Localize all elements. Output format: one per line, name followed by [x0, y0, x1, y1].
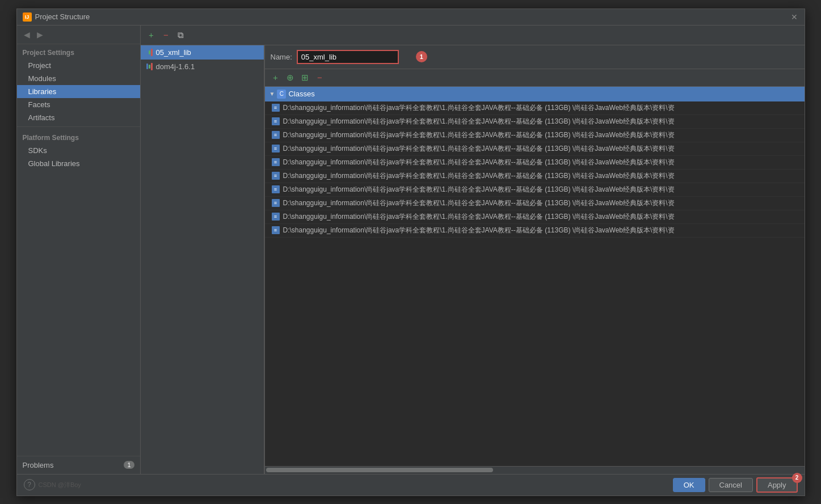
file-icon: ≡	[272, 199, 280, 207]
dialog-title: Project Structure	[35, 12, 90, 21]
name-input[interactable]	[297, 50, 399, 64]
file-item[interactable]: ≡D:\shangguigu_information\尚硅谷java学科全套教程…	[265, 101, 805, 115]
sidebar-item-project[interactable]: Project	[17, 59, 140, 72]
file-icon: ≡	[272, 213, 280, 221]
classes-header: ▼ C Classes	[265, 87, 805, 101]
sidebar-item-facets[interactable]: Facets	[17, 98, 140, 111]
library-list: 05_xml_lib dom4j-1.6.1	[141, 45, 264, 474]
close-button[interactable]: ✕	[790, 12, 799, 22]
back-button[interactable]: ◀	[22, 29, 32, 40]
sidebar-item-libraries[interactable]: Libraries	[17, 85, 140, 98]
app-icon: IJ	[23, 12, 32, 22]
help-button[interactable]: ?	[24, 479, 35, 490]
file-path: D:\shangguigu_information\尚硅谷java学科全套教程\…	[283, 103, 675, 113]
sidebar-divider	[17, 126, 140, 127]
lib-list-toolbar: + − ⧉	[141, 26, 805, 45]
file-icon: ≡	[272, 117, 280, 125]
main-inner: 05_xml_lib dom4j-1.6.1	[141, 45, 805, 474]
file-path: D:\shangguigu_information\尚硅谷java学科全套教程\…	[283, 130, 675, 140]
file-icon: ≡	[272, 104, 280, 112]
sidebar-item-artifacts[interactable]: Artifacts	[17, 111, 140, 124]
add-class-button[interactable]: +	[270, 71, 282, 84]
file-path: D:\shangguigu_information\尚硅谷java学科全套教程\…	[283, 158, 675, 167]
scrollbar-area[interactable]	[265, 466, 805, 474]
classes-section: ▼ C Classes ≡D:\shangguigu_information\尚…	[265, 87, 805, 466]
library-item-dom4j[interactable]: dom4j-1.6.1	[141, 60, 264, 74]
platform-settings-header: Platform Settings	[17, 129, 140, 144]
file-path: D:\shangguigu_information\尚硅谷java学科全套教程\…	[283, 226, 675, 235]
sidebar-item-modules[interactable]: Modules	[17, 72, 140, 85]
cancel-button[interactable]: Cancel	[709, 478, 753, 492]
file-item[interactable]: ≡D:\shangguigu_information\尚硅谷java学科全套教程…	[265, 197, 805, 210]
sidebar-item-sdks[interactable]: SDKs	[17, 144, 140, 157]
name-input-wrapper	[297, 50, 410, 64]
title-bar: IJ Project Structure ✕	[17, 9, 805, 26]
title-bar-left: IJ Project Structure	[23, 12, 90, 22]
forward-button[interactable]: ▶	[35, 29, 45, 40]
watermark: CSDN @洋Boy	[39, 481, 81, 489]
add-module-button[interactable]: ⊕	[284, 71, 297, 84]
file-item[interactable]: ≡D:\shangguigu_information\尚硅谷java学科全套教程…	[265, 142, 805, 156]
bottom-right: OK Cancel Apply 2	[673, 477, 798, 493]
file-item[interactable]: ≡D:\shangguigu_information\尚硅谷java学科全套教程…	[265, 129, 805, 142]
apply-button[interactable]: Apply	[756, 477, 798, 493]
problems-section[interactable]: Problems 1	[17, 456, 140, 474]
file-path: D:\shangguigu_information\尚硅谷java学科全套教程\…	[283, 144, 675, 154]
expand-icon: ▼	[270, 91, 275, 97]
library-name-dom4j: dom4j-1.6.1	[156, 62, 195, 71]
right-panel: Name: 1 + ⊕ ⊞ −	[265, 45, 805, 474]
name-badge: 1	[416, 51, 427, 62]
ok-button[interactable]: OK	[673, 478, 705, 492]
file-icon: ≡	[272, 172, 280, 180]
name-row: Name: 1	[265, 45, 805, 69]
file-item[interactable]: ≡D:\shangguigu_information\尚硅谷java学科全套教程…	[265, 156, 805, 170]
remove-library-button[interactable]: −	[160, 29, 172, 41]
classes-icon: C	[277, 90, 286, 99]
dialog-body: ◀ ▶ Project Settings Project Modules Lib…	[17, 26, 805, 474]
file-item[interactable]: ≡D:\shangguigu_information\尚硅谷java学科全套教程…	[265, 210, 805, 224]
file-list: ≡D:\shangguigu_information\尚硅谷java学科全套教程…	[265, 101, 805, 466]
sidebar: ◀ ▶ Project Settings Project Modules Lib…	[17, 26, 141, 474]
file-path: D:\shangguigu_information\尚硅谷java学科全套教程\…	[283, 171, 675, 181]
problems-label: Problems	[23, 461, 54, 469]
file-item[interactable]: ≡D:\shangguigu_information\尚硅谷java学科全套教程…	[265, 115, 805, 129]
sidebar-item-global-libraries[interactable]: Global Libraries	[17, 157, 140, 170]
file-icon: ≡	[272, 145, 280, 153]
bottom-bar: ? CSDN @洋Boy OK Cancel Apply 2	[17, 474, 805, 495]
remove-class-button[interactable]: −	[314, 71, 326, 84]
file-path: D:\shangguigu_information\尚硅谷java学科全套教程\…	[283, 198, 675, 208]
file-icon: ≡	[272, 185, 280, 193]
library-item-05-xml-lib[interactable]: 05_xml_lib	[141, 45, 264, 60]
project-settings-header: Project Settings	[17, 44, 140, 59]
file-path: D:\shangguigu_information\尚硅谷java学科全套教程\…	[283, 185, 675, 194]
file-path: D:\shangguigu_information\尚硅谷java学科全套教程\…	[283, 212, 675, 222]
file-path: D:\shangguigu_information\尚硅谷java学科全套教程\…	[283, 117, 675, 126]
project-structure-dialog: IJ Project Structure ✕ ◀ ▶ Project Setti…	[16, 9, 805, 496]
file-item[interactable]: ≡D:\shangguigu_information\尚硅谷java学科全套教程…	[265, 170, 805, 183]
scrollbar-thumb	[266, 468, 493, 472]
main-content: + − ⧉ 05_xml_lib	[141, 26, 805, 474]
file-icon: ≡	[272, 131, 280, 139]
library-name-05: 05_xml_lib	[156, 48, 191, 57]
add-jar-button[interactable]: ⊞	[299, 71, 311, 84]
add-library-button[interactable]: +	[145, 29, 158, 41]
nav-arrows: ◀ ▶	[17, 26, 140, 44]
copy-library-button[interactable]: ⧉	[175, 29, 187, 41]
file-item[interactable]: ≡D:\shangguigu_information\尚硅谷java学科全套教程…	[265, 183, 805, 197]
problems-badge: 1	[124, 461, 134, 469]
bottom-left: ? CSDN @洋Boy	[24, 479, 81, 490]
apply-badge: 2	[792, 473, 802, 483]
library-icon-05	[146, 49, 153, 56]
file-item[interactable]: ≡D:\shangguigu_information\尚硅谷java学科全套教程…	[265, 224, 805, 238]
classes-label: Classes	[288, 90, 314, 98]
name-label: Name:	[271, 53, 292, 61]
library-icon-dom4j	[146, 63, 153, 70]
file-icon: ≡	[272, 158, 280, 166]
file-icon: ≡	[272, 226, 280, 234]
panel-toolbar: + ⊕ ⊞ −	[265, 69, 805, 87]
